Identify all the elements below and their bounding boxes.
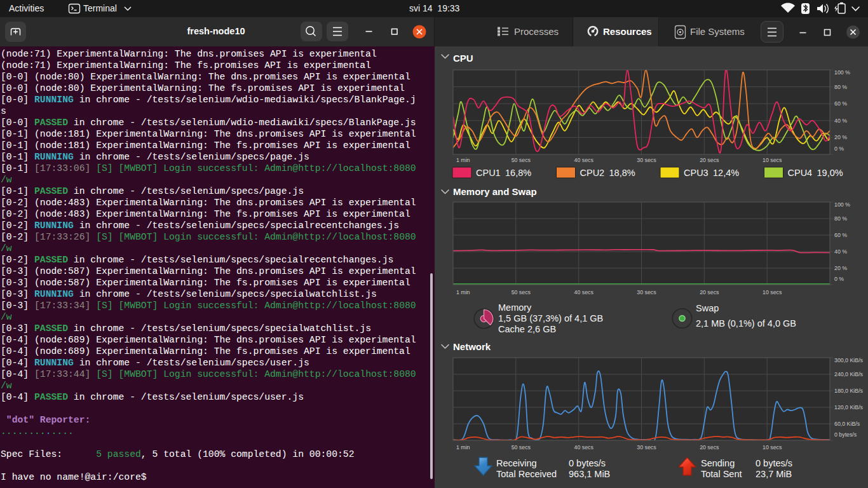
svg-text:0 bytes/s: 0 bytes/s [834, 431, 857, 438]
svg-text:18,8%: 18,8% [609, 168, 635, 178]
svg-text:10 secs: 10 secs [763, 289, 782, 295]
svg-text:Sending: Sending [701, 458, 735, 468]
svg-text:60 %: 60 % [834, 232, 847, 238]
svg-text:30 secs: 30 secs [637, 157, 656, 163]
svg-text:16,8%: 16,8% [505, 168, 531, 178]
svg-text:60 %: 60 % [834, 100, 847, 107]
svg-text:Cache 2,6 GB: Cache 2,6 GB [498, 324, 556, 334]
svg-text:0 bytes/s: 0 bytes/s [756, 458, 792, 468]
svg-text:10 secs: 10 secs [763, 157, 782, 163]
svg-text:1 min: 1 min [456, 289, 470, 295]
svg-text:40 secs: 40 secs [574, 289, 594, 295]
svg-text:40 %: 40 % [834, 248, 847, 255]
svg-text:0 bytes/s: 0 bytes/s [569, 458, 606, 468]
svg-text:0 %: 0 % [834, 146, 844, 152]
svg-text:80 %: 80 % [834, 84, 847, 90]
svg-text:1 min: 1 min [456, 444, 470, 451]
svg-text:12,4%: 12,4% [713, 168, 739, 178]
svg-text:20 secs: 20 secs [700, 157, 719, 163]
svg-text:Network: Network [453, 341, 491, 352]
svg-text:23,7 MiB: 23,7 MiB [756, 469, 792, 479]
svg-text:240,0 KiB/s: 240,0 KiB/s [834, 371, 864, 377]
svg-text:40 %: 40 % [834, 118, 847, 124]
svg-text:300,0 KiB/s: 300,0 KiB/s [834, 357, 864, 363]
svg-text:60,0 KiB/s: 60,0 KiB/s [834, 421, 860, 427]
svg-text:Total Sent: Total Sent [701, 469, 742, 479]
svg-text:1,5 GB (37,3%) of 4,1 GB: 1,5 GB (37,3%) of 4,1 GB [498, 313, 603, 323]
svg-text:20 secs: 20 secs [700, 444, 719, 451]
svg-text:0 %: 0 % [834, 276, 844, 282]
svg-text:20 %: 20 % [834, 265, 847, 271]
svg-text:80 %: 80 % [834, 215, 847, 222]
svg-text:CPU3: CPU3 [684, 168, 709, 178]
svg-text:963,1 MiB: 963,1 MiB [569, 469, 610, 479]
svg-text:30 secs: 30 secs [637, 444, 656, 451]
svg-text:2,1 MB (0,1%) of 4,0 GB: 2,1 MB (0,1%) of 4,0 GB [696, 318, 796, 329]
svg-text:CPU4: CPU4 [788, 168, 813, 178]
svg-text:50 secs: 50 secs [512, 444, 531, 451]
svg-text:Memory: Memory [498, 302, 532, 313]
svg-text:Swap: Swap [696, 303, 719, 313]
svg-text:100 %: 100 % [834, 201, 850, 208]
svg-text:20 %: 20 % [834, 134, 847, 140]
svg-text:50 secs: 50 secs [512, 289, 531, 295]
svg-text:180,0 KiB/s: 180,0 KiB/s [834, 388, 864, 394]
svg-text:40 secs: 40 secs [574, 444, 594, 451]
svg-text:10 secs: 10 secs [763, 444, 782, 451]
svg-text:Receiving: Receiving [496, 458, 537, 468]
svg-text:120,0 KiB/s: 120,0 KiB/s [834, 404, 864, 410]
svg-text:19,0%: 19,0% [817, 168, 843, 178]
svg-text:CPU1: CPU1 [476, 168, 501, 178]
svg-text:50 secs: 50 secs [512, 157, 531, 163]
svg-text:CPU: CPU [453, 53, 473, 64]
svg-text:1 min: 1 min [456, 157, 470, 163]
svg-text:Total Received: Total Received [496, 469, 557, 479]
svg-text:40 secs: 40 secs [574, 157, 594, 163]
svg-text:100 %: 100 % [834, 69, 850, 76]
svg-text:Memory and Swap: Memory and Swap [453, 186, 537, 197]
svg-text:30 secs: 30 secs [637, 289, 656, 295]
svg-text:CPU2: CPU2 [580, 168, 605, 178]
svg-text:20 secs: 20 secs [700, 289, 719, 295]
